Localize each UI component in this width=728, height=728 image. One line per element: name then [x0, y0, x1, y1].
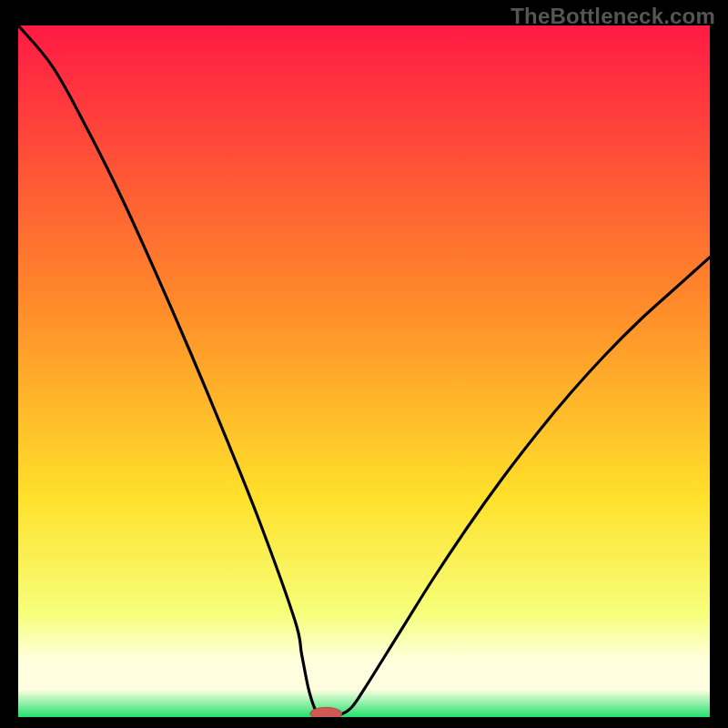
chart-frame: TheBottleneck.com: [0, 0, 728, 728]
minimum-marker: [310, 707, 342, 717]
gradient-background: [18, 25, 710, 717]
plot-svg: [18, 25, 710, 717]
plot-area: [18, 25, 710, 717]
